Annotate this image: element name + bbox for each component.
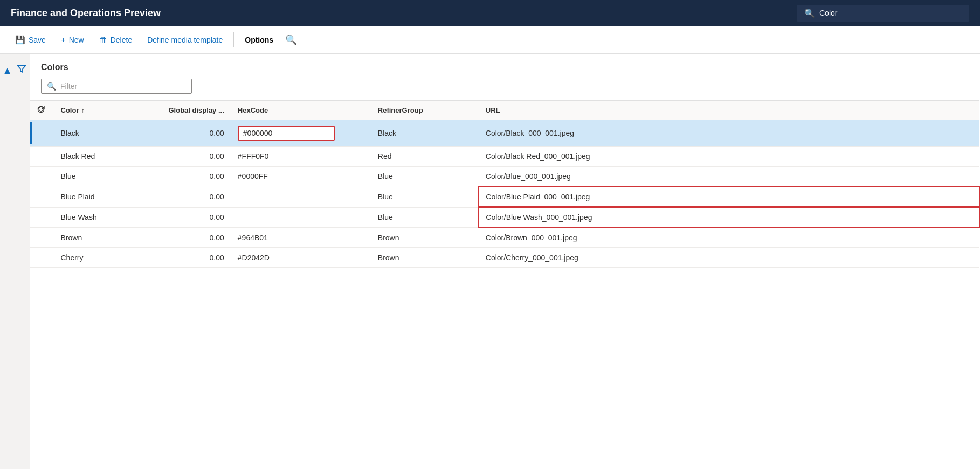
table-row[interactable]: Black Red0.00#FFF0F0RedColor/Black Red_0… — [30, 147, 979, 167]
colors-table: Color ↑ Global display ... HexCode Refin… — [30, 100, 980, 268]
refiner-group-cell: Brown — [371, 227, 479, 248]
hexcode-cell: #964B01 — [231, 227, 371, 248]
options-button[interactable]: Options — [238, 32, 280, 47]
th-url[interactable]: URL — [479, 101, 979, 120]
th-hexcode[interactable]: HexCode — [231, 101, 371, 120]
color-cell: Blue Plaid — [54, 187, 162, 207]
row-blue-bar — [30, 122, 32, 144]
define-media-template-button[interactable]: Define media template — [141, 32, 229, 47]
url-cell: Color/Black_000_001.jpeg — [479, 120, 979, 147]
url-cell: Color/Cherry_000_001.jpeg — [479, 248, 979, 268]
content-area: Colors 🔍 Color — [30, 54, 980, 469]
hexcode-input[interactable] — [238, 126, 335, 141]
row-indicator-cell — [30, 227, 54, 248]
url-cell: Color/Black Red_000_001.jpeg — [479, 147, 979, 167]
global-display-cell: 0.00 — [162, 167, 231, 187]
row-indicator-cell — [30, 248, 54, 268]
color-cell: Cherry — [54, 248, 162, 268]
save-icon: 💾 — [15, 35, 25, 45]
global-display-cell: 0.00 — [162, 147, 231, 167]
color-cell: Blue — [54, 167, 162, 187]
row-indicator-cell — [30, 120, 54, 147]
filter-input[interactable] — [60, 82, 186, 91]
refiner-group-cell: Blue — [371, 167, 479, 187]
save-button[interactable]: 💾 Save — [9, 32, 52, 48]
plus-icon: + — [61, 35, 66, 44]
table-row[interactable]: Black0.00BlackColor/Black_000_001.jpeg — [30, 120, 979, 147]
th-refresh[interactable] — [30, 101, 54, 120]
hexcode-cell: #0000FF — [231, 167, 371, 187]
hexcode-cell: #FFF0F0 — [231, 147, 371, 167]
row-indicator-cell — [30, 147, 54, 167]
table-row[interactable]: Blue Plaid0.00BlueColor/Blue Plaid_000_0… — [30, 187, 979, 207]
url-cell: Color/Blue_000_001.jpeg — [479, 167, 979, 187]
new-button[interactable]: + New — [54, 32, 91, 47]
left-sidebar: ▲ — [0, 54, 30, 469]
top-bar: Finance and Operations Preview 🔍 — [0, 0, 980, 26]
global-display-cell: 0.00 — [162, 227, 231, 248]
app-title: Finance and Operations Preview — [11, 8, 161, 19]
color-cell: Brown — [54, 227, 162, 248]
delete-icon: 🗑 — [99, 35, 107, 44]
color-cell: Black — [54, 120, 162, 147]
global-display-cell: 0.00 — [162, 248, 231, 268]
url-cell: Color/Blue Plaid_000_001.jpeg — [479, 187, 979, 207]
filter-search-icon: 🔍 — [47, 82, 56, 91]
refiner-group-cell: Red — [371, 147, 479, 167]
th-refiner-group[interactable]: RefinerGroup — [371, 101, 479, 120]
color-cell: Black Red — [54, 147, 162, 167]
refiner-group-cell: Blue — [371, 207, 479, 227]
table-row[interactable]: Brown0.00#964B01BrownColor/Brown_000_001… — [30, 227, 979, 248]
refiner-group-cell: Brown — [371, 248, 479, 268]
delete-button[interactable]: 🗑 Delete — [93, 32, 139, 47]
th-global-display[interactable]: Global display ... — [162, 101, 231, 120]
global-display-cell: 0.00 — [162, 187, 231, 207]
filter-icon[interactable]: ▲ — [2, 63, 27, 77]
hexcode-cell — [231, 207, 371, 227]
global-display-cell: 0.00 — [162, 207, 231, 227]
filter-bar: 🔍 — [30, 79, 980, 100]
table-header-row: Color ↑ Global display ... HexCode Refin… — [30, 101, 979, 120]
url-cell: Color/Blue Wash_000_001.jpeg — [479, 207, 979, 227]
row-indicator-cell — [30, 187, 54, 207]
action-bar: 💾 Save + New 🗑 Delete Define media templ… — [0, 26, 980, 54]
hexcode-cell — [231, 187, 371, 207]
global-search-box[interactable]: 🔍 — [797, 5, 969, 22]
row-indicator-cell — [30, 167, 54, 187]
toolbar-search-icon[interactable]: 🔍 — [282, 31, 300, 49]
row-indicator-cell — [30, 207, 54, 227]
main-content: ▲ Colors 🔍 — [0, 54, 980, 469]
global-display-cell: 0.00 — [162, 120, 231, 147]
table-row[interactable]: Blue Wash0.00BlueColor/Blue Wash_000_001… — [30, 207, 979, 227]
refiner-group-cell: Blue — [371, 187, 479, 207]
th-color[interactable]: Color ↑ — [54, 101, 162, 120]
hexcode-cell[interactable] — [231, 120, 371, 147]
hexcode-cell: #D2042D — [231, 248, 371, 268]
section-title: Colors — [30, 63, 980, 79]
toolbar-divider — [233, 32, 234, 47]
refiner-group-cell: Black — [371, 120, 479, 147]
color-cell: Blue Wash — [54, 207, 162, 227]
global-search-input[interactable] — [819, 9, 962, 17]
search-icon: 🔍 — [804, 8, 815, 18]
filter-input-wrap[interactable]: 🔍 — [41, 79, 192, 94]
url-cell: Color/Brown_000_001.jpeg — [479, 227, 979, 248]
table-row[interactable]: Blue0.00#0000FFBlueColor/Blue_000_001.jp… — [30, 167, 979, 187]
table-row[interactable]: Cherry0.00#D2042DBrownColor/Cherry_000_0… — [30, 248, 979, 268]
funnel-icon — [16, 63, 27, 74]
